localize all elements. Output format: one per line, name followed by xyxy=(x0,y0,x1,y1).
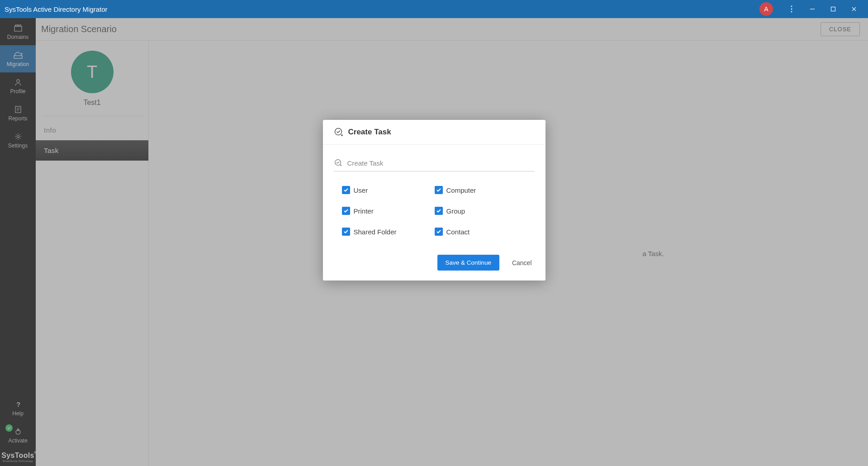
cancel-button[interactable]: Cancel xyxy=(512,259,532,266)
create-task-modal: Create Task User Computer xyxy=(323,120,545,281)
modal-title: Create Task xyxy=(348,128,391,137)
check-icon xyxy=(343,208,349,214)
check-icon xyxy=(343,229,349,234)
checkbox-computer[interactable]: Computer xyxy=(435,186,526,194)
user-avatar-initial: A xyxy=(764,5,768,13)
app-title: SysTools Active Directory Migrator xyxy=(4,5,108,13)
checkbox-label: Group xyxy=(446,207,465,215)
checkbox-label: Printer xyxy=(354,207,374,215)
save-continue-button[interactable]: Save & Continue xyxy=(437,255,499,271)
checkbox-box xyxy=(435,207,443,215)
svg-point-1 xyxy=(791,9,792,10)
modal-overlay[interactable]: Create Task User Computer xyxy=(0,18,868,466)
checkbox-group[interactable]: Group xyxy=(435,207,526,215)
checkbox-contact[interactable]: Contact xyxy=(435,228,526,236)
svg-point-0 xyxy=(791,6,792,7)
modal-footer: Save & Continue Cancel xyxy=(323,245,545,281)
check-icon xyxy=(436,229,441,234)
checkbox-box xyxy=(435,228,443,236)
checkbox-box xyxy=(342,228,350,236)
task-options-grid: User Computer Printer Group xyxy=(334,183,535,240)
checkbox-label: Computer xyxy=(446,186,476,194)
checkbox-box xyxy=(435,186,443,194)
svg-point-2 xyxy=(791,11,792,13)
close-window-button[interactable] xyxy=(844,0,864,18)
minimize-button[interactable] xyxy=(802,0,823,18)
checkbox-box xyxy=(342,186,350,194)
close-icon xyxy=(851,6,857,12)
maximize-button[interactable] xyxy=(823,0,844,18)
checkbox-label: User xyxy=(354,186,368,194)
checkbox-printer[interactable]: Printer xyxy=(342,207,434,215)
svg-point-21 xyxy=(335,128,342,135)
kebab-menu-button[interactable] xyxy=(781,0,802,18)
checkbox-box xyxy=(342,207,350,215)
checkbox-label: Contact xyxy=(446,228,470,236)
create-task-input-icon xyxy=(334,158,343,167)
create-task-icon xyxy=(334,127,344,137)
check-icon xyxy=(436,208,441,214)
task-name-field[interactable] xyxy=(334,157,535,171)
user-avatar[interactable]: A xyxy=(759,2,773,16)
kebab-icon xyxy=(788,5,795,13)
checkbox-user[interactable]: User xyxy=(342,186,434,194)
svg-rect-4 xyxy=(831,7,835,11)
task-name-input[interactable] xyxy=(347,159,535,167)
minimize-icon xyxy=(809,6,816,12)
modal-body: User Computer Printer Group xyxy=(323,145,545,245)
check-icon xyxy=(436,187,441,193)
checkbox-shared-folder[interactable]: Shared Folder xyxy=(342,228,434,236)
modal-header: Create Task xyxy=(323,120,545,145)
titlebar-controls: A xyxy=(759,0,864,18)
check-icon xyxy=(343,187,349,193)
checkbox-label: Shared Folder xyxy=(354,228,397,236)
maximize-icon xyxy=(830,6,836,12)
titlebar: SysTools Active Directory Migrator A xyxy=(0,0,868,18)
